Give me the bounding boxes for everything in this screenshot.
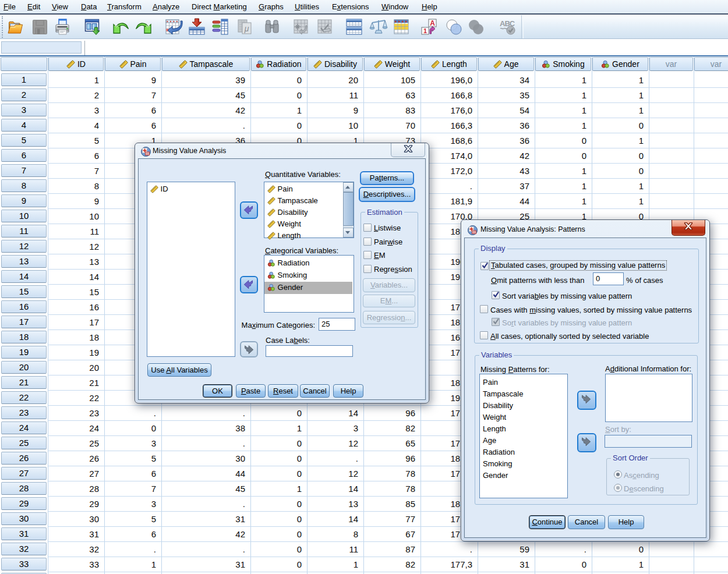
- svg-text:μ: μ: [244, 24, 249, 33]
- svg-text:A: A: [430, 19, 435, 27]
- svg-text:1: 1: [423, 27, 427, 34]
